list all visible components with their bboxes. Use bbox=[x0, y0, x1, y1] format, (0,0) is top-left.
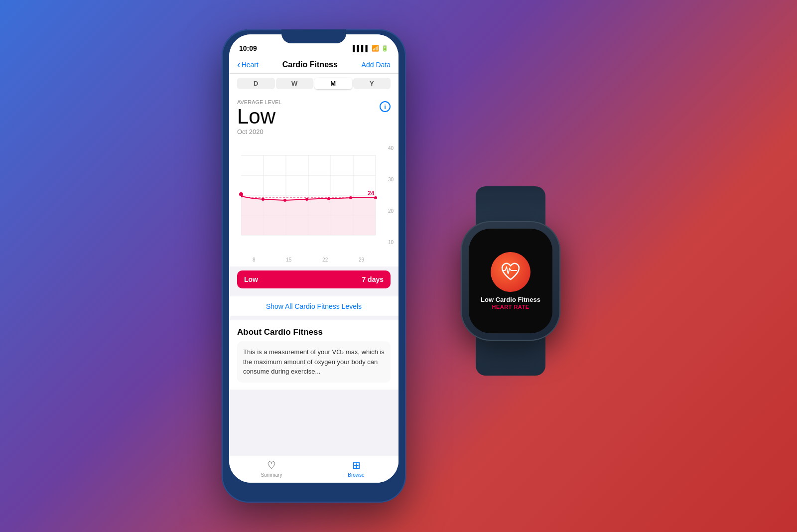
tab-summary[interactable]: ♡ Summary bbox=[229, 459, 314, 478]
iphone-notch bbox=[281, 29, 346, 43]
browse-icon: ⊞ bbox=[352, 459, 361, 471]
nav-title: Cardio Fitness bbox=[282, 60, 338, 69]
about-text: This is a measurement of your VO₂ max, w… bbox=[237, 341, 391, 383]
time-segments: D W M Y bbox=[229, 74, 398, 93]
svg-point-18 bbox=[349, 196, 352, 199]
svg-point-13 bbox=[239, 192, 243, 196]
segment-y[interactable]: Y bbox=[353, 78, 391, 89]
watch-notification-title: Low Cardio Fitness bbox=[481, 296, 540, 304]
x-label-15: 15 bbox=[286, 257, 291, 263]
summary-label: Summary bbox=[261, 472, 282, 478]
x-label-22: 22 bbox=[322, 257, 328, 263]
low-band-days: 7 days bbox=[362, 275, 384, 283]
about-title: About Cardio Fitness bbox=[237, 327, 391, 337]
low-band: Low 7 days bbox=[237, 270, 391, 288]
add-data-button[interactable]: Add Data bbox=[362, 61, 391, 69]
show-all-button[interactable]: Show All Cardio Fitness Levels bbox=[229, 296, 398, 316]
y-label-10: 10 bbox=[388, 240, 394, 245]
tab-bar: ♡ Summary ⊞ Browse bbox=[229, 456, 398, 483]
nav-bar: Heart Cardio Fitness Add Data bbox=[229, 56, 398, 74]
chart-x-labels: 8 15 22 29 bbox=[237, 255, 380, 266]
back-button[interactable]: Heart bbox=[237, 60, 259, 69]
browse-label: Browse bbox=[348, 472, 364, 478]
x-label-8: 8 bbox=[253, 257, 256, 263]
status-time: 10:09 bbox=[239, 44, 257, 52]
iphone-screen: 10:09 ▌▌▌▌ 📶 🔋 Heart Cardio Fitness Add … bbox=[229, 34, 398, 483]
wifi-icon: 📶 bbox=[372, 45, 379, 52]
segment-w[interactable]: W bbox=[276, 78, 314, 89]
tab-browse[interactable]: ⊞ Browse bbox=[314, 459, 398, 478]
watch-screen: Low Cardio Fitness HEART RATE bbox=[469, 229, 552, 333]
svg-point-15 bbox=[283, 199, 286, 202]
heart-svg bbox=[498, 260, 523, 284]
chart-y-labels: 40 30 20 10 bbox=[388, 145, 394, 245]
info-button[interactable]: i bbox=[380, 101, 391, 112]
battery-icon: 🔋 bbox=[381, 45, 389, 52]
y-label-40: 40 bbox=[388, 145, 394, 151]
average-level-value: Low bbox=[237, 106, 391, 127]
about-section: About Cardio Fitness This is a measureme… bbox=[229, 320, 398, 390]
health-app: Heart Cardio Fitness Add Data D W M Y AV… bbox=[229, 56, 398, 483]
low-band-label: Low bbox=[244, 275, 258, 283]
y-label-30: 30 bbox=[388, 177, 394, 182]
iphone-device: 10:09 ▌▌▌▌ 📶 🔋 Heart Cardio Fitness Add … bbox=[222, 29, 406, 503]
average-level-card: AVERAGE LEVEL Low Oct 2020 i bbox=[229, 93, 398, 141]
watch-heart-icon bbox=[491, 252, 531, 292]
x-label-29: 29 bbox=[359, 257, 364, 263]
watch-notification-subtitle: HEART RATE bbox=[481, 304, 540, 310]
svg-point-14 bbox=[262, 198, 265, 201]
svg-point-16 bbox=[305, 198, 308, 201]
apple-watch: Low Cardio Fitness HEART RATE bbox=[446, 186, 575, 376]
content-area: AVERAGE LEVEL Low Oct 2020 i bbox=[229, 93, 398, 456]
svg-marker-12 bbox=[241, 196, 376, 235]
watch-body: Low Cardio Fitness HEART RATE bbox=[461, 221, 560, 341]
svg-point-17 bbox=[327, 197, 330, 200]
y-label-20: 20 bbox=[388, 208, 394, 214]
segment-m[interactable]: M bbox=[314, 78, 352, 89]
chart-svg: 24 bbox=[237, 145, 380, 245]
svg-point-19 bbox=[374, 196, 377, 199]
chart-container: 24 40 30 20 10 8 15 22 29 bbox=[229, 141, 398, 266]
svg-text:24: 24 bbox=[368, 190, 375, 197]
average-level-date: Oct 2020 bbox=[237, 128, 391, 135]
signal-icon: ▌▌▌▌ bbox=[353, 45, 370, 52]
segment-d[interactable]: D bbox=[237, 78, 275, 89]
summary-icon: ♡ bbox=[267, 459, 276, 471]
status-icons: ▌▌▌▌ 📶 🔋 bbox=[353, 45, 389, 52]
chart-area: 24 40 30 20 10 bbox=[237, 145, 380, 255]
